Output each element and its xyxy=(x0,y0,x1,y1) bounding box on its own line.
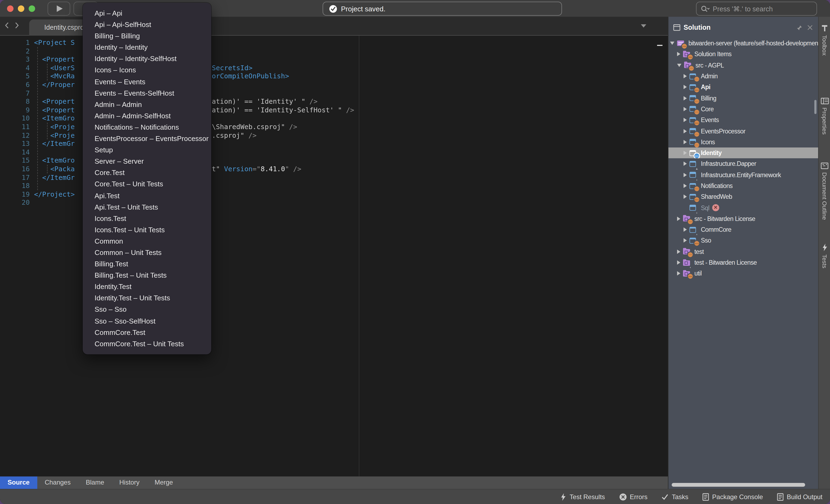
chevron-collapsed-icon[interactable] xyxy=(677,216,680,221)
zoom-window-button[interactable] xyxy=(29,5,35,12)
chevron-collapsed-icon[interactable] xyxy=(683,173,687,177)
tree-item-notifications[interactable]: Notifications xyxy=(668,180,818,192)
run-config-menu-item[interactable]: Icons – Icons xyxy=(83,65,211,76)
run-config-menu-item[interactable]: Core.Test – Unit Tests xyxy=(83,178,211,190)
bottom-tab-blame[interactable]: Blame xyxy=(78,476,111,489)
run-config-menu-item[interactable]: Icons.Test – Unit Tests xyxy=(83,224,211,236)
bottom-tab-merge[interactable]: Merge xyxy=(147,476,181,489)
chevron-collapsed-icon[interactable] xyxy=(677,271,680,276)
panel-horizontal-scrollbar[interactable] xyxy=(672,483,805,487)
tree-item-eventsprocessor[interactable]: EventsProcessor xyxy=(668,126,818,137)
tree-item-api[interactable]: Api xyxy=(668,81,818,93)
tree-item-sso[interactable]: Sso xyxy=(668,235,818,246)
chevron-collapsed-icon[interactable] xyxy=(677,260,680,265)
run-config-menu-item[interactable]: Identity.Test xyxy=(83,281,211,293)
run-config-menu-item[interactable]: CommCore.Test xyxy=(83,327,211,338)
run-config-menu-item[interactable]: Billing.Test – Unit Tests xyxy=(83,270,211,281)
run-config-menu-item[interactable]: CommCore.Test – Unit Tests xyxy=(83,338,211,349)
dock-tab-toolbox[interactable]: Toolbox xyxy=(819,24,830,56)
chevron-collapsed-icon[interactable] xyxy=(677,52,680,57)
chevron-collapsed-icon[interactable] xyxy=(683,238,687,243)
run-config-menu-item[interactable]: Identity – Identity-SelfHost xyxy=(83,53,211,65)
run-config-menu-item[interactable]: Identity.Test – Unit Tests xyxy=(83,293,211,304)
run-config-menu-item[interactable]: Billing.Test xyxy=(83,258,211,270)
navigate-back-button[interactable] xyxy=(4,22,9,29)
pin-icon[interactable] xyxy=(797,25,802,31)
dock-tab-label: Properties xyxy=(821,107,828,135)
run-config-menu-item[interactable]: Admin – Admin-SelfHost xyxy=(83,110,211,122)
tree-item-identity[interactable]: Identity xyxy=(668,147,818,159)
tree-item-icons[interactable]: Icons xyxy=(668,136,818,147)
tree-item-src-agpl[interactable]: src - AGPL xyxy=(668,60,818,71)
chevron-collapsed-icon[interactable] xyxy=(677,249,680,254)
chevron-collapsed-icon[interactable] xyxy=(683,151,687,155)
run-config-menu-item[interactable]: Server – Server xyxy=(83,156,211,167)
run-button[interactable] xyxy=(47,2,70,16)
tree-item-commcore[interactable]: CommCore xyxy=(668,224,818,235)
status-item-errors[interactable]: Errors xyxy=(619,493,647,501)
chevron-expanded-icon[interactable] xyxy=(677,64,681,67)
tree-item-test[interactable]: test xyxy=(668,246,818,257)
close-panel-icon[interactable] xyxy=(807,25,813,30)
tree-item-admin[interactable]: Admin xyxy=(668,71,818,82)
minimize-window-button[interactable] xyxy=(18,5,24,12)
chevron-collapsed-icon[interactable] xyxy=(683,195,687,199)
tree-item-events[interactable]: Events xyxy=(668,114,818,126)
run-config-menu-item[interactable]: Billing – Billing xyxy=(83,30,211,42)
tree-item-solution-items[interactable]: Solution Items xyxy=(668,49,818,60)
run-config-menu-item[interactable]: Sso – Sso-SelfHost xyxy=(83,315,211,327)
run-config-menu-item[interactable]: Api.Test xyxy=(83,190,211,201)
run-config-menu-item[interactable]: Api.Test – Unit Tests xyxy=(83,201,211,212)
panel-vertical-scrollbar[interactable] xyxy=(814,100,817,114)
tree-item-sql[interactable]: Sql✕ xyxy=(668,202,818,213)
tree-item-src-bitwarden-license[interactable]: src - Bitwarden License xyxy=(668,213,818,225)
dock-tab-document-outline[interactable]: Document Outline xyxy=(819,163,830,220)
run-config-menu-item[interactable]: Setup xyxy=(83,144,211,156)
run-config-menu-item[interactable]: Identity – Identity xyxy=(83,42,211,53)
status-item-build-output[interactable]: Build Output xyxy=(777,493,823,501)
chevron-collapsed-icon[interactable] xyxy=(683,140,687,144)
run-config-menu-item[interactable]: Api – Api xyxy=(83,7,211,19)
chevron-collapsed-icon[interactable] xyxy=(683,107,687,111)
status-item-package-console[interactable]: Package Console xyxy=(702,493,763,501)
tree-item-sharedweb[interactable]: SharedWeb xyxy=(668,191,818,202)
navigate-forward-button[interactable] xyxy=(14,22,20,29)
bottom-tab-history[interactable]: History xyxy=(112,476,147,489)
tree-item-infrastructure-entityframework[interactable]: Infrastructure.EntityFramework xyxy=(668,169,818,180)
tree-item-util[interactable]: util xyxy=(668,268,818,279)
close-window-button[interactable] xyxy=(7,5,13,12)
chevron-collapsed-icon[interactable] xyxy=(683,227,687,232)
status-item-test-results[interactable]: Test Results xyxy=(561,493,605,501)
chevron-collapsed-icon[interactable] xyxy=(683,85,687,90)
chevron-collapsed-icon[interactable] xyxy=(683,96,687,100)
run-config-menu-item[interactable]: Api – Api-SelfHost xyxy=(83,19,211,30)
chevron-collapsed-icon[interactable] xyxy=(683,74,687,78)
chevron-collapsed-icon[interactable] xyxy=(683,118,687,122)
chevron-collapsed-icon[interactable] xyxy=(683,184,687,188)
search-input[interactable]: Press '⌘.' to search xyxy=(696,2,817,16)
chevron-expanded-icon[interactable] xyxy=(670,42,674,45)
dock-tab-tests[interactable]: Tests xyxy=(819,244,830,268)
tree-item-core[interactable]: Core xyxy=(668,104,818,115)
status-item-tasks[interactable]: Tasks xyxy=(662,493,688,501)
run-config-menu-item[interactable]: Admin – Admin xyxy=(83,99,211,110)
tree-item-bitwarden-server-feature-self-hosted-development[interactable]: bitwarden-server (feature/self-hosted-de… xyxy=(668,38,818,49)
tree-item-test-bitwarden-license[interactable]: test - Bitwarden License xyxy=(668,257,818,268)
tree-item-billing[interactable]: Billing xyxy=(668,93,818,104)
run-config-menu-item[interactable]: EventsProcessor – EventsProcessor xyxy=(83,133,211,144)
run-config-menu-item[interactable]: Common xyxy=(83,236,211,247)
run-config-menu-item[interactable]: Sso – Sso xyxy=(83,304,211,315)
run-config-menu-item[interactable]: Core.Test xyxy=(83,167,211,178)
run-config-menu-item[interactable]: Notifications – Notifications xyxy=(83,122,211,133)
run-config-menu-item[interactable]: Events – Events-SelfHost xyxy=(83,87,211,99)
chevron-collapsed-icon[interactable] xyxy=(683,129,687,133)
dock-tab-properties[interactable]: Properties xyxy=(819,98,830,135)
bottom-tab-source[interactable]: Source xyxy=(0,476,37,489)
run-config-menu-item[interactable]: Icons.Test xyxy=(83,212,211,224)
chevron-collapsed-icon[interactable] xyxy=(683,162,687,166)
run-config-menu-item[interactable]: Events – Events xyxy=(83,76,211,87)
tab-overflow-dropdown-icon[interactable] xyxy=(641,24,646,28)
bottom-tab-changes[interactable]: Changes xyxy=(37,476,78,489)
run-config-menu-item[interactable]: Common – Unit Tests xyxy=(83,247,211,258)
tree-item-infrastructure-dapper[interactable]: Infrastructure.Dapper xyxy=(668,159,818,170)
